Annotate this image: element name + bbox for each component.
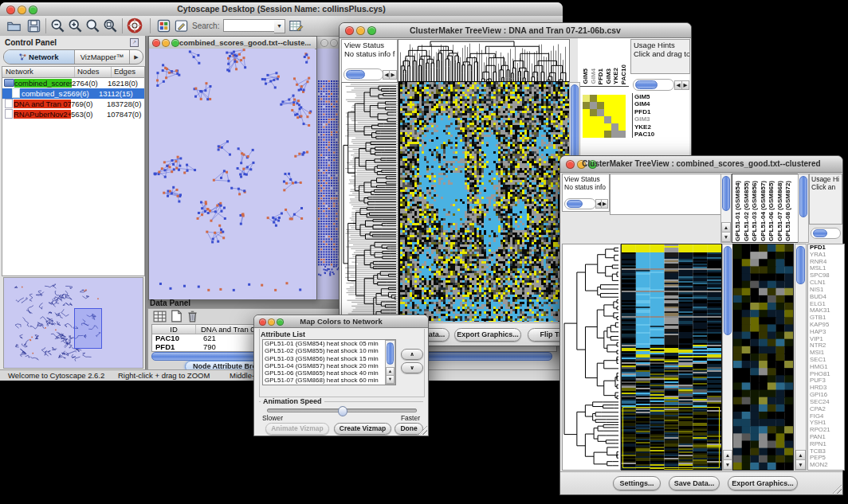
vscroll-thumb[interactable]: [799, 176, 807, 217]
matrix-cell[interactable]: [611, 123, 618, 131]
matrix-cell[interactable]: [611, 116, 618, 123]
usage-hints-hscrollbar[interactable]: [633, 79, 674, 91]
scroll-right-arrow[interactable]: ▶: [601, 199, 608, 209]
tab-overflow-arrow[interactable]: ▶: [130, 50, 143, 64]
save-icon[interactable]: [26, 18, 41, 37]
view-status-hscrollbar[interactable]: [564, 198, 596, 209]
treeview2-zoom-vscrollbar[interactable]: ▲ ▼: [795, 244, 807, 471]
treeview2-column-label[interactable]: GPL51-07 (GSM868): [776, 181, 783, 241]
treeview1-matrix-row-label[interactable]: PFD1: [634, 108, 685, 115]
scroll-down-arrow[interactable]: ▼: [721, 232, 731, 242]
new-file-icon[interactable]: [171, 310, 183, 326]
animation-speed-slider[interactable]: [267, 408, 417, 412]
zoom-button[interactable]: [171, 39, 179, 47]
open-folder-icon[interactable]: [6, 18, 22, 37]
network-row[interactable]: DNA and Tran 07 769(0) 183728(0): [2, 99, 144, 109]
export-graphics-button[interactable]: Export Graphics...: [454, 328, 521, 342]
treeview2-zoom-heatmap[interactable]: [732, 244, 794, 471]
treeview1-matrix-row-label[interactable]: YKE2: [634, 123, 685, 131]
search-dropdown-button[interactable]: ▼: [274, 19, 285, 33]
treeview1-matrix-row-label[interactable]: GIM4: [634, 100, 685, 107]
treeview2-heatmap[interactable]: [621, 244, 722, 471]
tab-network[interactable]: Network: [4, 50, 75, 64]
matrix-cell[interactable]: [604, 131, 611, 138]
matrix-cell[interactable]: [590, 109, 597, 116]
matrix-cell[interactable]: [604, 95, 611, 102]
matrix-cell[interactable]: [583, 109, 590, 116]
view-status-hscrollbar[interactable]: [344, 68, 383, 80]
tab-vizmapper[interactable]: VizMapper™: [75, 50, 130, 64]
matrix-cell[interactable]: [618, 131, 626, 138]
matrix-cell[interactable]: [618, 116, 626, 123]
matrix-cell[interactable]: [590, 131, 597, 138]
float-panel-icon[interactable]: ↗: [130, 38, 139, 47]
matrix-cell[interactable]: [618, 102, 626, 109]
attribute-list-item[interactable]: GPL51-07 (GSM868) heat shock 60 min: [263, 377, 395, 384]
dialog-titlebar[interactable]: Map Colors to Network: [254, 315, 428, 328]
minimize-button[interactable]: [330, 39, 338, 47]
attribute-table-icon[interactable]: [289, 18, 304, 37]
matrix-cell[interactable]: [597, 95, 604, 102]
zoom-out-icon[interactable]: [50, 18, 65, 37]
main-titlebar[interactable]: Cytoscape Desktop (Session Name: collins…: [0, 2, 563, 17]
move-up-button[interactable]: ∧: [401, 349, 423, 360]
gene-label[interactable]: MON2: [810, 462, 844, 469]
scroll-down-arrow[interactable]: ▼: [795, 459, 806, 470]
matrix-cell[interactable]: [604, 102, 611, 109]
zoom-selected-icon[interactable]: [103, 18, 118, 37]
treeview1-column-dendrogram[interactable]: [398, 39, 570, 83]
treeview1-matrix-row-label[interactable]: PAC10: [634, 131, 685, 138]
treeview2-column-label[interactable]: GPL51-02 (GSM855): [743, 181, 750, 241]
zoom-fit-icon[interactable]: [85, 18, 100, 37]
close-button[interactable]: [320, 39, 328, 47]
close-button[interactable]: [152, 39, 160, 47]
matrix-cell[interactable]: [590, 95, 597, 102]
search-input[interactable]: [223, 19, 277, 32]
matrix-cell[interactable]: [597, 116, 604, 123]
network-row[interactable]: combined_scores 2764(0) 16218(0): [2, 78, 144, 88]
birdseye-viewport-rect[interactable]: [74, 308, 102, 349]
treeview2-titlebar[interactable]: ClusterMaker TreeView : combined_scores_…: [560, 156, 842, 173]
treeview1-column-label[interactable]: PFD1: [597, 68, 604, 84]
matrix-cell[interactable]: [590, 123, 597, 131]
scroll-down-arrow[interactable]: ▼: [386, 375, 395, 384]
vizmapper-icon[interactable]: [156, 18, 171, 37]
treeview1-column-label[interactable]: GIM3: [605, 68, 612, 84]
network-row[interactable]: RNAPuberNov2+| 563(0) 107847(0): [2, 109, 144, 119]
vscroll-thumb[interactable]: [796, 246, 805, 284]
attribute-list-item[interactable]: GPL51-03 (GSM856) heat shock 15 min: [263, 355, 395, 362]
matrix-cell[interactable]: [597, 123, 604, 131]
matrix-cell[interactable]: [583, 95, 590, 102]
treeview1-matrix-row-label[interactable]: GIM3: [634, 115, 685, 123]
birdseye-canvas[interactable]: [4, 278, 141, 366]
help-lifesaver-icon[interactable]: [127, 18, 143, 37]
network-table-header[interactable]: Network Nodes Edges: [2, 67, 144, 78]
resize-grip[interactable]: [831, 483, 842, 494]
matrix-cell[interactable]: [611, 95, 618, 102]
scroll-right-arrow[interactable]: ▶: [389, 70, 397, 80]
attribute-list-item[interactable]: GPL51-02 (GSM855) heat shock 10 min: [263, 347, 395, 354]
matrix-cell[interactable]: [590, 102, 597, 109]
treeview2-column-label[interactable]: GPL51-01 (GSM854): [734, 181, 741, 241]
treeview1-heatmap[interactable]: [398, 82, 569, 322]
treeview2-top-vscrollbar[interactable]: ▲ ▼: [720, 174, 732, 243]
matrix-cell[interactable]: [597, 109, 604, 116]
attribute-list-item[interactable]: GPL51-04 (GSM857) heat shock 20 min: [263, 362, 395, 369]
zoom-in-icon[interactable]: [68, 18, 83, 37]
create-vizmap-button[interactable]: Create Vizmap: [334, 423, 391, 435]
matrix-cell[interactable]: [583, 116, 590, 123]
treeview1-column-label[interactable]: GIM4: [590, 68, 597, 84]
matrix-cell[interactable]: [611, 109, 618, 116]
matrix-cell[interactable]: [583, 131, 590, 138]
animate-vizmap-button[interactable]: Animate Vizmap: [265, 423, 329, 435]
scroll-right-arrow[interactable]: ▶: [681, 80, 689, 90]
vscroll-thumb[interactable]: [722, 176, 730, 211]
matrix-cell[interactable]: [604, 123, 611, 131]
treeview1-matrix-row-label[interactable]: GIM5: [634, 93, 685, 100]
treeview2-heatmap-vscrollbar[interactable]: ▲ ▼: [722, 244, 733, 471]
matrix-cell[interactable]: [597, 131, 604, 138]
move-down-button[interactable]: ∨: [401, 362, 423, 373]
scroll-down-arrow[interactable]: ▼: [723, 459, 732, 470]
treeview2-column-label[interactable]: GPL51-06 (GSM865): [768, 181, 775, 241]
trash-icon[interactable]: [186, 310, 198, 326]
